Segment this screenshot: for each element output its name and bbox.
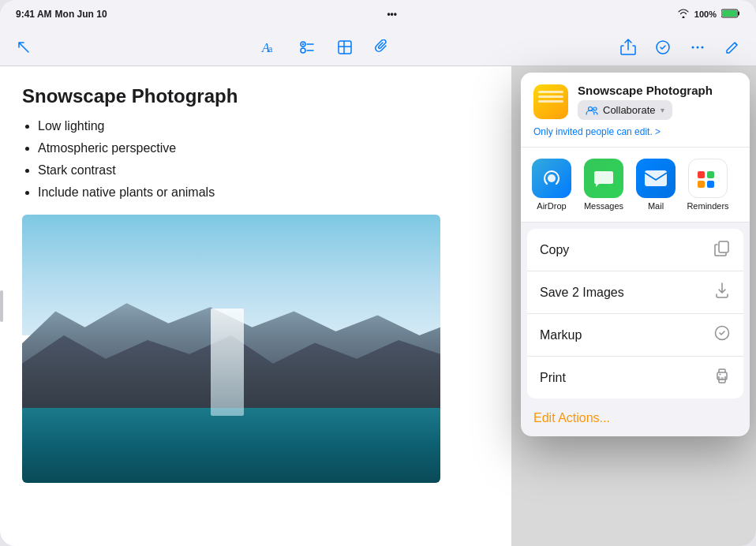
svg-rect-25: [719, 241, 728, 252]
toolbar-center: A a: [258, 36, 394, 58]
status-bar-left: 9:41 AM Mon Jun 10: [16, 9, 107, 20]
save-icon: [713, 282, 731, 303]
more-button[interactable]: [687, 36, 709, 58]
svg-rect-21: [698, 171, 705, 178]
markup-button[interactable]: [652, 36, 674, 58]
collaborate-row: Collaborate ▾: [578, 100, 713, 120]
share-reminders[interactable]: Reminders: [683, 159, 732, 211]
reminders-label: Reminders: [687, 201, 728, 211]
airdrop-icon: [532, 159, 571, 198]
reminders-icon: [688, 159, 728, 198]
invite-only-text[interactable]: Only invited people can edit. >: [533, 126, 737, 137]
copy-action[interactable]: Copy: [527, 229, 743, 271]
compose-button[interactable]: [721, 36, 743, 58]
people-icon: [586, 106, 598, 115]
svg-rect-10: [339, 41, 351, 54]
table-button[interactable]: [334, 36, 356, 58]
svg-point-18: [593, 107, 597, 110]
water-layer: [22, 408, 440, 483]
resize-handle[interactable]: [0, 290, 3, 322]
svg-rect-1: [738, 12, 739, 16]
share-messages[interactable]: Messages: [579, 159, 628, 211]
format-text-button[interactable]: A a: [258, 36, 280, 58]
airdrop-label: AirDrop: [537, 201, 566, 211]
status-bar-right: 100%: [677, 9, 740, 20]
svg-point-14: [692, 46, 694, 48]
share-button[interactable]: [617, 36, 639, 58]
battery-icon: [721, 9, 740, 20]
svg-point-8: [301, 48, 305, 53]
status-dots: •••: [387, 9, 397, 20]
battery-level: 100%: [694, 9, 717, 19]
svg-text:a: a: [268, 43, 273, 54]
share-airdrop[interactable]: AirDrop: [527, 159, 576, 211]
save-images-label: Save 2 Images: [540, 286, 624, 300]
svg-point-19: [548, 174, 556, 182]
status-bar-center: •••: [387, 9, 397, 20]
svg-rect-2: [722, 10, 737, 17]
svg-point-6: [302, 43, 304, 44]
markup-action[interactable]: Markup: [527, 314, 743, 357]
status-date: Mon Jun 10: [55, 9, 107, 20]
mail-icon: [636, 159, 676, 198]
collaborate-label: Collaborate: [603, 104, 656, 116]
copy-icon: [713, 239, 731, 260]
collaborate-button[interactable]: Collaborate ▾: [578, 100, 672, 120]
waterfall-element: [211, 309, 244, 416]
share-note-title: Snowscape Photograph: [578, 84, 713, 97]
svg-rect-20: [645, 170, 667, 186]
markup-action-icon: [713, 324, 731, 346]
note-app-icon: [533, 84, 568, 119]
ipad-frame: 9:41 AM Mon Jun 10 ••• 100%: [0, 0, 756, 546]
svg-point-15: [697, 46, 699, 48]
markup-label: Markup: [540, 328, 582, 342]
print-action[interactable]: Print: [527, 357, 743, 398]
share-title-row: Snowscape Photograph Collabo: [533, 84, 737, 120]
save-images-action[interactable]: Save 2 Images: [527, 271, 743, 314]
status-bar: 9:41 AM Mon Jun 10 ••• 100%: [0, 0, 756, 28]
share-mail[interactable]: Mail: [631, 159, 680, 211]
collapse-button[interactable]: [13, 36, 35, 58]
svg-rect-22: [698, 181, 705, 188]
attach-button[interactable]: [372, 36, 394, 58]
wifi-icon: [677, 9, 690, 20]
edit-actions-button[interactable]: Edit Actions...: [533, 411, 610, 424]
share-panel: Snowscape Photograph Collabo: [521, 73, 750, 436]
svg-point-30: [720, 374, 721, 376]
print-label: Print: [540, 371, 566, 385]
content-area: Snowscape Photograph Low lighting Atmosp…: [0, 66, 756, 546]
toolbar: A a: [0, 28, 756, 66]
toolbar-right: [617, 36, 743, 58]
svg-rect-23: [707, 171, 714, 178]
toolbar-left: [13, 36, 35, 58]
edit-actions-section: Edit Actions...: [521, 405, 750, 436]
mail-label: Mail: [648, 201, 664, 211]
share-apps-row: AirDrop Messages: [521, 148, 750, 223]
messages-icon: [584, 159, 623, 198]
svg-point-16: [702, 46, 704, 48]
print-icon: [713, 367, 731, 388]
share-panel-overlay: Snowscape Photograph Collabo: [511, 66, 756, 546]
note-image: [22, 215, 440, 483]
share-title-text: Snowscape Photograph Collabo: [578, 84, 713, 120]
chevron-down-icon: ▾: [661, 106, 664, 114]
svg-rect-24: [707, 181, 714, 188]
status-time: 9:41 AM: [16, 9, 52, 20]
messages-label: Messages: [584, 201, 623, 211]
share-header: Snowscape Photograph Collabo: [521, 73, 750, 148]
copy-label: Copy: [540, 243, 569, 257]
checklist-button[interactable]: [296, 36, 318, 58]
share-actions: Copy Save 2 Images: [527, 229, 743, 398]
